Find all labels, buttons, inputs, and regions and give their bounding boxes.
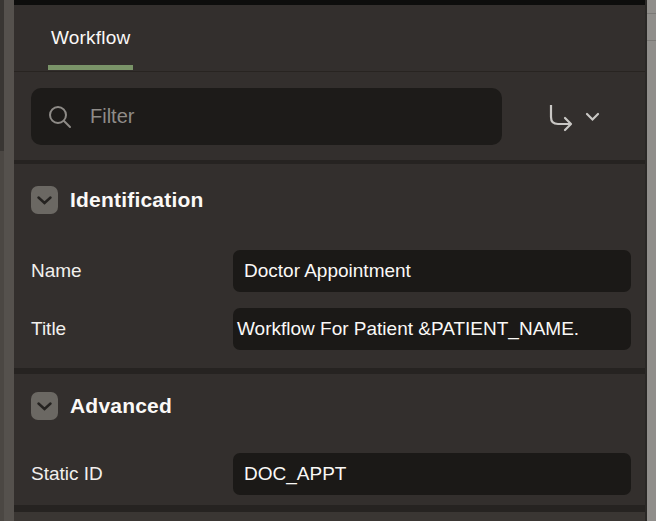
panel-scrollbar[interactable]	[645, 0, 656, 521]
static-id-field[interactable]: DOC_APPT	[233, 453, 631, 495]
pane-splitter[interactable]	[4, 0, 14, 521]
section-separator	[14, 505, 645, 512]
property-editor-panel: Workflow Filter	[14, 0, 645, 521]
section-advanced-title: Advanced	[70, 392, 172, 420]
field-row-static-id: Static ID DOC_APPT	[14, 453, 645, 495]
next-section-peek	[14, 512, 645, 521]
section-identification-title: Identification	[70, 186, 203, 214]
panel-scrollbar-thumb[interactable]	[647, 0, 656, 521]
field-row-name: Name Doctor Appointment	[14, 250, 645, 292]
go-to-group-button[interactable]	[533, 93, 613, 141]
scrollbar-mark	[647, 40, 656, 41]
go-to-group-icon	[546, 101, 578, 133]
filter-placeholder: Filter	[90, 105, 134, 128]
collapse-identification-button[interactable]	[31, 186, 58, 214]
chevron-down-icon	[37, 402, 52, 411]
name-field[interactable]: Doctor Appointment	[233, 250, 631, 292]
name-field-label: Name	[31, 250, 229, 292]
section-identification: Identification Name Doctor Appointment T…	[14, 164, 645, 368]
filter-input[interactable]: Filter	[31, 88, 502, 145]
tab-workflow-label: Workflow	[51, 27, 130, 49]
search-icon	[47, 104, 73, 130]
tab-bar: Workflow	[14, 5, 645, 72]
title-field[interactable]: Workflow For Patient &PATIENT_NAME.	[233, 308, 631, 350]
field-row-title: Title Workflow For Patient &PATIENT_NAME…	[14, 308, 645, 350]
section-advanced: Advanced Static ID DOC_APPT	[14, 374, 645, 505]
scrollbar-mark	[647, 13, 656, 14]
chevron-down-icon	[37, 196, 52, 205]
static-id-field-label: Static ID	[31, 453, 229, 495]
tab-workflow[interactable]: Workflow	[48, 5, 133, 71]
filter-toolbar: Filter	[14, 73, 645, 160]
collapse-advanced-button[interactable]	[31, 392, 58, 420]
title-field-label: Title	[31, 308, 229, 350]
chevron-down-icon	[585, 112, 600, 122]
active-tab-indicator	[48, 65, 133, 70]
